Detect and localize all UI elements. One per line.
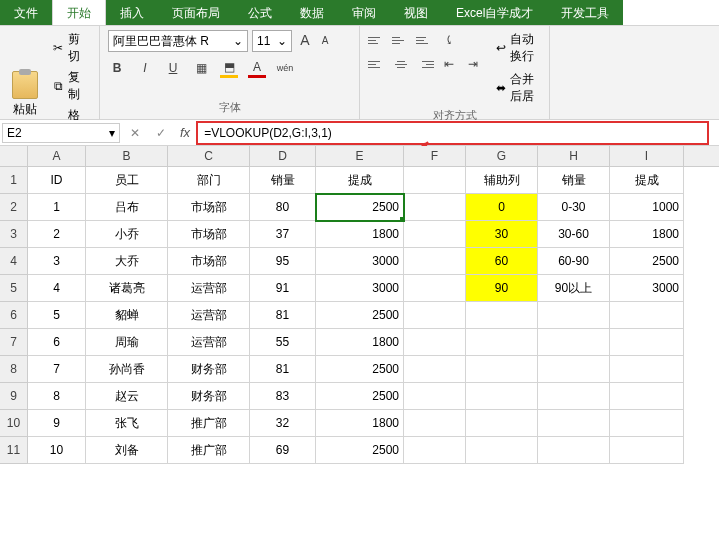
cell[interactable] — [404, 167, 466, 194]
cell[interactable]: 1000 — [610, 194, 684, 221]
cell[interactable] — [466, 356, 538, 383]
formula-input[interactable]: =VLOOKUP(D2,G:I,3,1) — [196, 121, 709, 145]
row-header[interactable]: 6 — [0, 302, 28, 329]
cell[interactable] — [404, 302, 466, 329]
merge-button[interactable]: ⬌合并后居 — [494, 70, 541, 106]
cell[interactable]: 4 — [28, 275, 86, 302]
cell[interactable]: 3 — [28, 248, 86, 275]
cell[interactable] — [404, 329, 466, 356]
cell[interactable]: 吕布 — [86, 194, 168, 221]
cell[interactable]: 运营部 — [168, 275, 250, 302]
cell[interactable] — [466, 302, 538, 329]
cell[interactable]: 7 — [28, 356, 86, 383]
cell[interactable] — [404, 383, 466, 410]
cell[interactable]: 1800 — [316, 329, 404, 356]
row-header[interactable]: 5 — [0, 275, 28, 302]
cell[interactable]: 小乔 — [86, 221, 168, 248]
italic-button[interactable]: I — [136, 58, 154, 78]
align-bottom-icon[interactable] — [416, 32, 434, 48]
cell[interactable]: 60-90 — [538, 248, 610, 275]
row-header[interactable]: 4 — [0, 248, 28, 275]
cell[interactable]: 提成 — [316, 167, 404, 194]
cell[interactable]: 1800 — [316, 410, 404, 437]
cell[interactable] — [610, 437, 684, 464]
cell[interactable]: 60 — [466, 248, 538, 275]
font-color-button[interactable]: A — [248, 58, 266, 78]
cell[interactable]: 1 — [28, 194, 86, 221]
row-header[interactable]: 7 — [0, 329, 28, 356]
align-right-icon[interactable] — [416, 56, 434, 72]
align-left-icon[interactable] — [368, 56, 386, 72]
cell[interactable] — [610, 383, 684, 410]
cell[interactable] — [466, 383, 538, 410]
cell[interactable] — [466, 410, 538, 437]
col-header[interactable]: D — [250, 146, 316, 166]
cell[interactable] — [538, 356, 610, 383]
cell[interactable] — [466, 437, 538, 464]
cell[interactable]: 69 — [250, 437, 316, 464]
cell[interactable] — [610, 302, 684, 329]
row-header[interactable]: 8 — [0, 356, 28, 383]
confirm-formula-button[interactable]: ✓ — [148, 120, 174, 146]
shrink-font-button[interactable]: A — [316, 30, 334, 50]
row-header[interactable]: 1 — [0, 167, 28, 194]
col-header[interactable]: I — [610, 146, 684, 166]
cell[interactable]: 2500 — [316, 383, 404, 410]
name-box[interactable]: E2▾ — [2, 123, 120, 143]
tab-insert[interactable]: 插入 — [106, 0, 158, 25]
tab-review[interactable]: 审阅 — [338, 0, 390, 25]
cell[interactable] — [538, 329, 610, 356]
cancel-formula-button[interactable]: ✕ — [122, 120, 148, 146]
grow-font-button[interactable]: A — [296, 30, 314, 50]
row-header[interactable]: 9 — [0, 383, 28, 410]
cell[interactable]: 刘备 — [86, 437, 168, 464]
cell[interactable] — [538, 437, 610, 464]
select-all-corner[interactable] — [0, 146, 28, 166]
indent-right-button[interactable]: ⇥ — [464, 54, 482, 74]
cell[interactable] — [404, 221, 466, 248]
cell[interactable]: 30 — [466, 221, 538, 248]
cell[interactable]: 运营部 — [168, 329, 250, 356]
cell[interactable] — [466, 329, 538, 356]
cell[interactable] — [404, 248, 466, 275]
align-top-icon[interactable] — [368, 32, 386, 48]
underline-button[interactable]: U — [164, 58, 182, 78]
cell[interactable]: 3000 — [316, 248, 404, 275]
cell[interactable]: 推广部 — [168, 410, 250, 437]
cell[interactable]: 37 — [250, 221, 316, 248]
cell[interactable]: 2500 — [316, 302, 404, 329]
cell[interactable]: 推广部 — [168, 437, 250, 464]
cell[interactable]: 1800 — [610, 221, 684, 248]
font-size-select[interactable]: 11⌄ — [252, 30, 292, 52]
cell[interactable]: 2500 — [316, 194, 404, 221]
cell[interactable]: 91 — [250, 275, 316, 302]
cell[interactable]: 财务部 — [168, 383, 250, 410]
fill-color-button[interactable]: ⬒ — [220, 58, 238, 78]
font-name-select[interactable]: 阿里巴巴普惠体 R⌄ — [108, 30, 248, 52]
cell[interactable] — [404, 437, 466, 464]
cell[interactable]: 市场部 — [168, 194, 250, 221]
tab-dev[interactable]: 开发工具 — [547, 0, 623, 25]
tab-formula[interactable]: 公式 — [234, 0, 286, 25]
cell[interactable] — [538, 410, 610, 437]
cell[interactable]: 0-30 — [538, 194, 610, 221]
col-header[interactable]: A — [28, 146, 86, 166]
cell[interactable]: 2 — [28, 221, 86, 248]
tab-layout[interactable]: 页面布局 — [158, 0, 234, 25]
col-header[interactable]: F — [404, 146, 466, 166]
cell[interactable] — [538, 383, 610, 410]
file-menu[interactable]: 文件 — [0, 0, 52, 25]
cell[interactable]: 81 — [250, 302, 316, 329]
cell[interactable]: 销量 — [250, 167, 316, 194]
wrap-button[interactable]: ↩自动换行 — [494, 30, 541, 66]
cell[interactable]: 1800 — [316, 221, 404, 248]
cell[interactable] — [404, 356, 466, 383]
cell[interactable]: 83 — [250, 383, 316, 410]
col-header[interactable]: B — [86, 146, 168, 166]
cell[interactable] — [610, 356, 684, 383]
cell[interactable]: 95 — [250, 248, 316, 275]
cell[interactable]: 2500 — [316, 437, 404, 464]
tab-custom[interactable]: Excel自学成才 — [442, 0, 547, 25]
cell[interactable]: 0 — [466, 194, 538, 221]
cell[interactable]: 90以上 — [538, 275, 610, 302]
